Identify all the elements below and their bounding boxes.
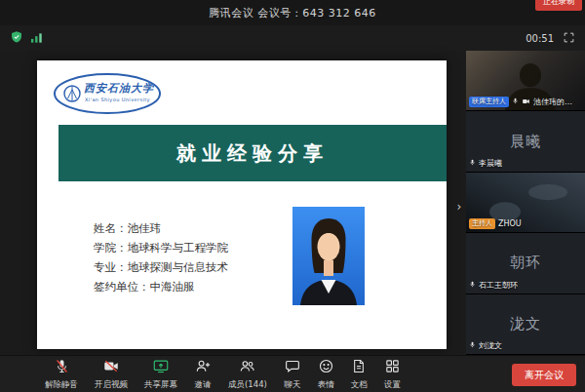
emoji-button[interactable]: 表情 [318, 358, 334, 391]
participant-name: 池佳玮的… [533, 97, 572, 107]
apps-grid-icon [384, 358, 401, 378]
portrait-photo [292, 207, 365, 305]
info-line-college: 学院：地球科学与工程学院 [94, 238, 228, 257]
participants-sidebar: 联席主持人 池佳玮的… 晨曦 李晨曦 主持人 ZHOU 朝 [466, 51, 585, 355]
participant-overlay: 刘泷文 [469, 340, 582, 351]
camera-off-icon [102, 358, 120, 378]
info-line-employer: 签约单位：中海油服 [94, 277, 228, 296]
participant-overlay: 主持人 ZHOU [469, 218, 582, 229]
members-icon [238, 358, 256, 378]
security-shield-icon[interactable] [10, 29, 23, 48]
emoji-label: 表情 [318, 379, 334, 391]
participant-tile[interactable]: 朝环 石工王朝环 [466, 233, 585, 293]
participant-name: ZHOU [498, 219, 522, 228]
chat-button[interactable]: 聊天 [284, 358, 301, 391]
mic-muted-icon [54, 358, 70, 378]
invite-label: 邀请 [195, 379, 212, 391]
slide-title: 就业经验分享 [176, 140, 329, 167]
meeting-title: 腾讯会议 会议号：643 312 646 [209, 6, 375, 20]
settings-label: 设置 [384, 379, 401, 391]
invite-icon [194, 358, 212, 378]
presentation-slide: 西安石油大学 Xi'an Shiyou University 就业经验分享 姓名… [37, 60, 447, 349]
chat-label: 聊天 [284, 379, 300, 391]
university-name: 西安石油大学 [84, 81, 154, 96]
statusbar: 00:51 [0, 25, 585, 51]
info-line-name: 姓名：池佳玮 [94, 218, 228, 238]
start-video-button[interactable]: 开启视频 [95, 358, 128, 391]
document-button[interactable]: 文档 [351, 358, 368, 391]
status-right: 00:51 [526, 31, 575, 46]
shared-screen: 西安石油大学 Xi'an Shiyou University 就业经验分享 姓名… [0, 51, 466, 355]
members-label: 成员(144) [228, 379, 267, 391]
mic-icon [469, 340, 476, 351]
participant-overlay: 石工王朝环 [469, 280, 582, 291]
university-name-en: Xi'an Shiyou University [85, 97, 150, 102]
person-info: 姓名：池佳玮 学院：地球科学与工程学院 专业：地球探测与信息技术 签约单位：中海… [94, 218, 228, 296]
settings-button[interactable]: 设置 [384, 358, 401, 391]
status-left [10, 29, 43, 48]
mic-icon [512, 97, 519, 107]
camera-icon [522, 98, 530, 107]
network-signal-icon [30, 29, 43, 48]
meeting-timer: 00:51 [526, 33, 554, 44]
info-line-major: 专业：地球探测与信息技术 [94, 257, 228, 277]
participant-overlay: 联席主持人 池佳玮的… [469, 97, 582, 107]
participant-name: 石工王朝环 [479, 280, 518, 291]
share-screen-icon [152, 358, 170, 378]
slide-title-banner: 就业经验分享 [58, 125, 447, 181]
participant-tile-host[interactable]: 主持人 ZHOU [466, 173, 585, 232]
participant-tile[interactable]: 泷文 刘泷文 [466, 294, 585, 354]
share-screen-button[interactable]: 共享屏幕 [144, 358, 177, 391]
cohost-badge: 联席主持人 [469, 97, 509, 107]
sidebar-collapse-arrow[interactable]: › [453, 193, 465, 220]
document-label: 文档 [351, 379, 368, 391]
participant-name: 李晨曦 [479, 158, 502, 169]
unmute-button[interactable]: 解除静音 [45, 358, 78, 391]
participant-tile[interactable]: 晨曦 李晨曦 [466, 111, 585, 171]
document-icon [351, 358, 367, 378]
participant-overlay: 李晨曦 [469, 158, 582, 169]
leave-meeting-button[interactable]: 离开会议 [512, 364, 576, 386]
fullscreen-icon[interactable] [563, 31, 575, 46]
meeting-toolbar: 解除静音 开启视频 共享屏幕 邀请 成员(144) 聊天 表情 [0, 355, 585, 392]
unmute-label: 解除静音 [45, 379, 78, 391]
host-badge: 主持人 [469, 218, 495, 229]
titlebar: 腾讯会议 会议号：643 312 646 正在录制 [0, 0, 585, 25]
members-button[interactable]: 成员(144) [228, 358, 267, 391]
invite-button[interactable]: 邀请 [194, 358, 212, 391]
mic-icon [469, 158, 476, 169]
chat-icon [284, 358, 301, 378]
university-logo: 西安石油大学 Xi'an Shiyou University [53, 72, 162, 115]
emoji-icon [318, 358, 334, 378]
share-screen-label: 共享屏幕 [144, 379, 177, 391]
participant-tile-cohost[interactable]: 联席主持人 池佳玮的… [466, 51, 585, 110]
meeting-window: 腾讯会议 会议号：643 312 646 正在录制 00:51 [0, 0, 585, 392]
participant-name: 刘泷文 [479, 340, 502, 351]
mic-icon [469, 280, 476, 291]
recording-button[interactable]: 正在录制 [535, 0, 582, 11]
start-video-label: 开启视频 [95, 379, 128, 391]
